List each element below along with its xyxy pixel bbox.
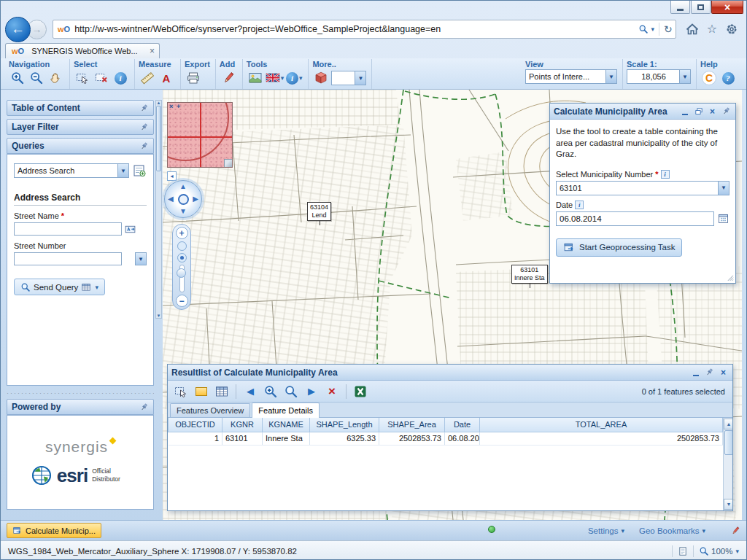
table-row[interactable]: 1 63101 Innere Sta 6325.33 2502853.73 06… xyxy=(169,432,723,445)
overview-resize-handle[interactable] xyxy=(224,159,232,167)
measure-area-button[interactable]: A xyxy=(158,69,175,87)
zoom-slider-track[interactable] xyxy=(179,265,185,292)
full-extent-button[interactable] xyxy=(177,253,187,262)
scroll-down-icon[interactable]: ▼ xyxy=(724,499,732,510)
screenshot-tool-button[interactable] xyxy=(247,69,264,87)
address-bar[interactable]: wO http://w-ws-wintner/WebOffice/synserv… xyxy=(53,20,676,39)
export-excel-button[interactable] xyxy=(352,383,369,400)
info-tool-button[interactable]: i▾ xyxy=(285,69,303,87)
close-window-button[interactable]: × xyxy=(711,1,743,14)
panel-header-powered-by[interactable]: Powered by xyxy=(7,399,154,415)
search-icon[interactable] xyxy=(638,24,649,34)
active-task-button[interactable]: Calculate Municip... xyxy=(7,523,101,538)
dialog-float-button[interactable] xyxy=(693,106,704,117)
overview-move-icon[interactable]: + xyxy=(177,103,180,110)
dialog-pin-button[interactable] xyxy=(721,106,732,117)
more-tools-select[interactable]: ▼ xyxy=(331,71,366,85)
zoom-box-button[interactable] xyxy=(177,241,187,251)
zoom-slider-thumb[interactable] xyxy=(177,268,186,278)
edit-pencil-icon[interactable] xyxy=(730,526,740,536)
address-dropdown-caret-icon[interactable]: ▾ xyxy=(651,26,654,33)
refresh-icon[interactable]: ↻ xyxy=(664,23,673,35)
minimize-button[interactable] xyxy=(670,1,690,14)
pin-icon[interactable] xyxy=(139,402,149,412)
weboffice-logo-button[interactable]: C xyxy=(700,69,718,87)
geo-bookmarks-menu[interactable]: Geo Bookmarks▾ xyxy=(639,526,705,535)
help-button[interactable]: ? xyxy=(719,69,737,87)
panel-header-layer-filter[interactable]: Layer Filter xyxy=(7,119,154,135)
pin-icon[interactable] xyxy=(139,122,149,132)
geoprocessing-tools-button[interactable] xyxy=(312,69,330,87)
info-icon[interactable]: i xyxy=(575,201,584,209)
pan-east-icon[interactable]: ▶ xyxy=(193,195,198,203)
panel-header-table-of-content[interactable]: Table of Content xyxy=(7,100,154,116)
street-number-input[interactable] xyxy=(14,252,122,265)
dialog-minimize-button[interactable] xyxy=(679,106,690,117)
panel-header-queries[interactable]: Queries xyxy=(7,138,154,154)
pan-south-icon[interactable]: ▼ xyxy=(179,208,187,215)
zoom-out-button[interactable] xyxy=(28,69,45,87)
add-to-table-button[interactable] xyxy=(213,383,231,400)
column-header[interactable]: Date xyxy=(445,418,480,432)
dialog-close-button[interactable]: × xyxy=(707,106,718,117)
zoom-slider-control[interactable]: + − xyxy=(172,224,191,310)
tab-features-overview[interactable]: Features Overview xyxy=(170,403,250,417)
zoom-to-feature-button[interactable] xyxy=(262,383,279,400)
clear-selection-button[interactable] xyxy=(93,69,110,87)
highlight-extent-button[interactable] xyxy=(193,383,210,400)
resultlist-header[interactable]: Resultlist of Calculate Municipality Are… xyxy=(168,365,732,381)
tab-feature-details[interactable]: Feature Details xyxy=(252,402,320,418)
view-select[interactable]: Points of Intere...▼ xyxy=(525,69,617,84)
pan-west-icon[interactable]: ◀ xyxy=(168,195,174,203)
print-button[interactable] xyxy=(185,69,202,87)
zoom-slider-out-button[interactable]: − xyxy=(176,295,188,307)
zoom-slider-in-button[interactable]: + xyxy=(176,227,188,239)
zoom-in-button[interactable] xyxy=(9,69,26,87)
scale-select[interactable]: 18,056▼ xyxy=(627,69,691,84)
info-icon[interactable]: i xyxy=(661,170,670,179)
overview-close-icon[interactable]: × xyxy=(169,103,173,110)
pan-button[interactable] xyxy=(47,69,64,87)
query-form-icon[interactable] xyxy=(132,163,147,178)
resultlist-pin-button[interactable] xyxy=(704,367,715,378)
remove-results-button[interactable]: × xyxy=(323,383,341,400)
dialog-header[interactable]: Calculate Municipality Area × xyxy=(550,104,735,120)
column-header[interactable]: KGNAME xyxy=(263,418,310,432)
pan-north-icon[interactable]: ▲ xyxy=(179,183,187,190)
previous-feature-button[interactable]: ◀ xyxy=(241,383,259,400)
send-query-button[interactable]: Send Query ▾ xyxy=(14,279,105,295)
result-table[interactable]: OBJECTID KGNR KGNAME SHAPE_Length SHAPE_… xyxy=(168,418,723,446)
dialog-resize-handle[interactable] xyxy=(724,272,735,282)
result-scrollbar[interactable]: ▲ ▼ xyxy=(723,418,732,510)
scrollbar-thumb[interactable] xyxy=(156,106,161,171)
favorites-star-icon[interactable]: ☆ xyxy=(707,23,717,35)
start-geoprocessing-button[interactable]: Start Geoprocessing Task xyxy=(556,238,682,257)
column-header[interactable]: OBJECTID xyxy=(169,418,222,432)
municipality-number-select[interactable]: 63101▼ xyxy=(556,181,729,195)
back-button[interactable]: ← xyxy=(5,17,31,42)
scroll-down-icon[interactable]: ▼ xyxy=(157,314,161,318)
browser-zoom-control[interactable]: 100% ▾ xyxy=(699,546,739,556)
overview-map[interactable]: × + xyxy=(167,102,233,168)
street-number-caret-icon[interactable]: ▼ xyxy=(135,252,147,265)
scrollbar-thumb[interactable] xyxy=(724,430,732,455)
page-icon[interactable] xyxy=(678,546,688,556)
column-header[interactable]: SHAPE_Area xyxy=(379,418,445,432)
panel-splitter[interactable] xyxy=(7,389,154,399)
language-flag-button[interactable]: ▾ xyxy=(266,69,285,87)
redline-draw-button[interactable] xyxy=(220,69,237,87)
next-feature-button[interactable]: ▶ xyxy=(303,383,320,400)
pin-icon[interactable] xyxy=(139,104,149,113)
measure-distance-button[interactable] xyxy=(139,69,156,87)
maximize-button[interactable] xyxy=(691,1,711,14)
sidebar-scrollbar[interactable]: ▲ ▼ xyxy=(155,100,162,319)
zoom-to-all-button[interactable] xyxy=(282,383,300,400)
select-result-features-button[interactable] xyxy=(172,383,190,400)
column-header[interactable]: SHAPE_Length xyxy=(310,418,379,432)
query-type-select[interactable]: Address Search▼ xyxy=(14,163,129,178)
settings-gear-icon[interactable] xyxy=(724,22,739,36)
identify-info-button[interactable]: i xyxy=(112,69,129,87)
date-input[interactable] xyxy=(556,211,714,226)
column-header[interactable]: KGNR xyxy=(222,418,263,432)
pin-icon[interactable] xyxy=(139,141,149,151)
